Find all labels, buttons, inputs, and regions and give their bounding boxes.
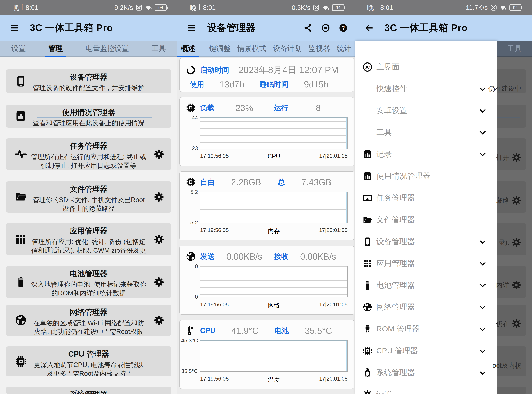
- wifi-icon: [322, 4, 330, 11]
- panel-manage-list: 3C 一体工具箱 Pro 设置管理电量监控设置工具 设备管理器 管理设备的硬件配…: [0, 15, 177, 394]
- chevron-down-icon[interactable]: [479, 150, 486, 158]
- gear-icon[interactable]: [154, 315, 164, 325]
- gear-icon: [511, 280, 521, 290]
- drawer-item-ROM 管理器[interactable]: ROM 管理器: [355, 318, 496, 340]
- chevron-down-icon[interactable]: [479, 129, 486, 136]
- gear-icon[interactable]: [154, 192, 164, 202]
- manager-card[interactable]: 任务管理器 管理所有正在运行的应用和进程: 终止或强制停止, 打开应用日志或设置…: [6, 138, 171, 170]
- manager-card-description: 更深入地调节CPU, 电池寿命或性能以及更多 * 需Root及内核支持 *: [31, 361, 146, 376]
- dim-scrim[interactable]: 工具 仍在建设中 打开 藏路 录),: [496, 41, 532, 394]
- gear-icon[interactable]: [154, 149, 164, 159]
- drawer-item-电池管理器[interactable]: 电池管理器: [355, 274, 496, 296]
- chevron-down-icon: [479, 281, 486, 289]
- tab-1[interactable]: 设置: [11, 44, 26, 53]
- chevron-down-icon[interactable]: [479, 303, 486, 311]
- share-button[interactable]: [303, 23, 313, 32]
- hamburger-menu-button[interactable]: [187, 23, 196, 33]
- drawer-item-label: 主界面: [376, 62, 400, 72]
- drawer-item-label: 安卓设置: [376, 105, 407, 116]
- gear-icon[interactable]: [154, 277, 164, 287]
- manager-card-title: 任务管理器: [6, 138, 171, 151]
- left-appbar: 3C 一体工具箱 Pro: [0, 15, 177, 41]
- drawer-item-任务管理器[interactable]: 任务管理器: [355, 187, 496, 209]
- manager-card[interactable]: 使用情况管理器 查看和管理应用在此设备上的使用情况: [6, 104, 171, 128]
- chevron-down-icon[interactable]: [479, 85, 486, 93]
- gear-icon: [511, 319, 521, 328]
- drawer-item-快速控件[interactable]: 快速控件: [355, 78, 496, 100]
- gear-icon[interactable]: [154, 234, 164, 245]
- gear-icon: [154, 149, 164, 159]
- tab-2[interactable]: 一键调整: [202, 44, 231, 53]
- manager-card-description: 管理所有应用: 优化, 统计, 备份 (包括短信和通话记录), 权限, CWM …: [31, 237, 146, 255]
- tab-5[interactable]: 监视器: [308, 44, 330, 53]
- back-arrow-button[interactable]: [364, 23, 374, 33]
- chevron-down-icon: [479, 369, 486, 376]
- manager-card[interactable]: 设备管理器 管理设备的硬件配置文件，并安排维护活动. 此功能仍在建设中: [6, 69, 171, 93]
- tab-2[interactable]: 管理: [48, 44, 63, 53]
- drawer-item-工具[interactable]: 工具: [355, 121, 496, 143]
- dimmed-text-fragment: 仍在: [496, 319, 509, 328]
- chevron-down-icon[interactable]: [479, 325, 486, 333]
- drawer-item-CPU 管理器[interactable]: CPU 管理器: [355, 340, 496, 362]
- drawer-item-系统管理器[interactable]: 系统管理器: [355, 362, 496, 384]
- manager-card[interactable]: 系统管理器: [6, 387, 171, 394]
- chevron-down-icon[interactable]: [479, 238, 486, 245]
- gear-icon: [511, 319, 521, 328]
- drawer-item-应用管理器[interactable]: 应用管理器: [355, 253, 496, 274]
- navigation-drawer: 3C 主界面 快速控件 安卓设置 工具 记录 使用情况管理器 任务管理器 文件管…: [355, 41, 496, 394]
- drawer-item-网络管理器[interactable]: 网络管理器: [355, 296, 496, 318]
- battery-indicator: 94: [332, 4, 344, 11]
- drawer-item-主界面[interactable]: 3C 主界面: [355, 56, 496, 78]
- drawer-item-label: 快速控件: [376, 83, 407, 94]
- tab-4[interactable]: 工具: [151, 44, 166, 53]
- dimmed-card-fragment: [496, 387, 526, 394]
- gear-icon: [154, 315, 164, 325]
- status-bar: 晚上8:01 9.2K/s 94 晚上8:01 0.3K/s 94 晚上8:01…: [0, 0, 532, 15]
- divider: [37, 117, 152, 118]
- panel-device-manager: 设备管理器 ? 概述一键调整情景模式设备计划监视器统计 启动时间 2023年8月…: [177, 15, 355, 394]
- manager-card[interactable]: 文件管理器 管理你的SD卡文件, 手机文件及已Root设备上的隐藏路径: [6, 181, 171, 213]
- drawer-item-label: 系统管理器: [376, 367, 415, 378]
- middle-tab-bar: 概述一键调整情景模式设备计划监视器统计: [177, 41, 355, 57]
- chevron-down-icon[interactable]: [479, 260, 486, 267]
- tab-3[interactable]: 情景模式: [237, 44, 266, 53]
- drawer-item-label: ROM 管理器: [376, 324, 420, 334]
- drawer-item-设备管理器[interactable]: 设备管理器: [355, 231, 496, 253]
- record-icon: [321, 23, 330, 32]
- power-icon: [186, 65, 196, 75]
- gear-icon: [511, 280, 521, 290]
- hamburger-menu-button[interactable]: [10, 23, 19, 33]
- drawer-item-文件管理器[interactable]: 文件管理器: [355, 209, 496, 231]
- tab-3[interactable]: 电量监控设置: [85, 44, 129, 53]
- drawer-item-label: 记录: [376, 149, 392, 159]
- tab-6[interactable]: 统计: [337, 44, 351, 53]
- 3c-badge-icon: 3C: [363, 62, 372, 72]
- y-axis-min-label: 0: [180, 294, 198, 300]
- manager-card[interactable]: CPU 管理器 更深入地调节CPU, 电池寿命或性能以及更多 * 需Root及内…: [6, 346, 171, 376]
- chevron-down-icon[interactable]: [479, 281, 486, 289]
- y-axis-min-label: 35.5°C: [180, 368, 198, 374]
- sleep-value: 9d15h: [288, 79, 344, 89]
- drawer-item-设置[interactable]: 设置: [355, 384, 496, 394]
- drawer-item-使用情况管理器[interactable]: 使用情况管理器: [355, 165, 496, 187]
- left-tab-bar: 设置管理电量监控设置工具: [0, 41, 177, 57]
- tab-4[interactable]: 设备计划: [273, 44, 302, 53]
- chevron-down-icon[interactable]: [479, 347, 486, 355]
- manager-card-title: 应用管理器: [6, 223, 171, 236]
- chevron-down-icon[interactable]: [479, 107, 486, 114]
- gear-icon: [363, 389, 372, 394]
- manager-card[interactable]: 应用管理器 管理所有应用: 优化, 统计, 备份 (包括短信和通话记录), 权限…: [6, 223, 171, 255]
- drawer-item-安卓设置[interactable]: 安卓设置: [355, 100, 496, 121]
- manager-card[interactable]: 网络管理器 在单独的区域管理 Wi-Fi 网络配置和防火墙. 此功能仍在建设中 …: [6, 305, 171, 336]
- gear-icon: [154, 277, 164, 287]
- manager-card-title: 系统管理器: [6, 387, 171, 394]
- record-button[interactable]: [321, 23, 330, 32]
- help-button[interactable]: ?: [339, 23, 348, 32]
- tab-1[interactable]: 概述: [181, 44, 195, 53]
- drawer-item-记录[interactable]: 记录: [355, 143, 496, 165]
- drawer-item-label: 应用管理器: [376, 258, 415, 269]
- manager-card[interactable]: 电池管理器 深入地管理你的电池, 使用标记来获取你的ROM和内详细统计数据: [6, 266, 171, 298]
- divider: [496, 236, 520, 236]
- gear-icon: [511, 152, 521, 162]
- chevron-down-icon[interactable]: [479, 369, 486, 376]
